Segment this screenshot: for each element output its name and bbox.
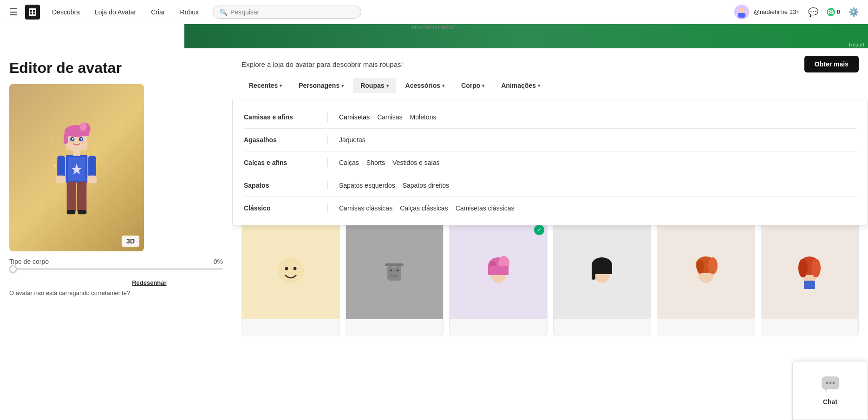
dropdown-section-classico: Clássico Camisas clássicas Calças clássi…: [233, 199, 868, 217]
nav-right-area: @nadiehime 13+ 💬 R$ 0 ⚙️: [734, 5, 862, 20]
dropdown-items-sapatos: Sapatos esquerdos Sapatos direitos: [339, 181, 856, 190]
dropdown-cat-calcas[interactable]: Calças e afins: [244, 158, 327, 166]
grid-item-bucket[interactable]: [346, 222, 444, 337]
chevron-down-icon: ▾: [341, 83, 344, 88]
chat-bubble[interactable]: Chat: [792, 361, 868, 420]
item-label: [761, 319, 859, 336]
dropdown-section-agasalhos: Agasalhos Jaquetas: [233, 131, 868, 149]
body-type-slider[interactable]: [9, 268, 223, 270]
nav-loja-avatar[interactable]: Loja do Avatar: [88, 6, 143, 19]
svg-point-74: [390, 269, 392, 272]
dropdown-item-calcas-classicas[interactable]: Calças clássicas: [400, 203, 448, 213]
dropdown-item-camisetas[interactable]: Camisetas: [339, 112, 370, 122]
category-tabs: Recentes ▾ Personagens ▾ Roupas ▾ Acessó…: [232, 76, 868, 95]
svg-point-93: [798, 259, 808, 277]
separator: [244, 174, 856, 174]
dropdown-item-vestidos[interactable]: Vestidos e saias: [392, 158, 439, 167]
avatar-thumbnail[interactable]: [734, 5, 749, 20]
dropdown-item-camisas-classicas[interactable]: Camisas clássicas: [339, 203, 392, 213]
tab-roupas[interactable]: Roupas ▾: [353, 78, 396, 93]
svg-rect-4: [33, 13, 35, 14]
dropdown-item-moletons[interactable]: Moletons: [410, 112, 437, 122]
ad-report[interactable]: Report: [849, 42, 864, 47]
svg-point-98: [826, 381, 828, 384]
dropdown-item-jaquetas[interactable]: Jaquetas: [339, 135, 365, 144]
dropdown-cat-sapatos[interactable]: Sapatos: [244, 181, 327, 189]
svg-rect-2: [33, 10, 35, 12]
divider: [327, 203, 328, 213]
obter-mais-button[interactable]: Obter mais: [804, 56, 859, 72]
grid-item-pink-hair[interactable]: ✓: [449, 222, 548, 337]
nav-descubra[interactable]: Descubra: [46, 6, 86, 19]
dropdown-item-camisas[interactable]: Camisas: [377, 112, 402, 122]
page-title: Editor de avatar: [9, 59, 223, 77]
roblox-logo[interactable]: [25, 5, 40, 20]
svg-rect-18: [67, 182, 76, 212]
item-label: [242, 319, 339, 336]
chevron-down-icon: ▾: [442, 83, 444, 88]
grid-item-smiley[interactable]: [241, 222, 340, 337]
item-label: [657, 319, 755, 336]
top-navigation: ☰ Descubra Loja do Avatar Criar Robux 🔍 …: [0, 0, 868, 24]
divider: [327, 135, 328, 144]
grid-item-redhead[interactable]: [761, 222, 859, 337]
search-bar: 🔍: [213, 6, 361, 19]
redesenhar-button[interactable]: Redesenhar: [132, 279, 166, 286]
svg-point-27: [81, 140, 84, 144]
svg-rect-76: [385, 263, 404, 266]
divider: [327, 158, 328, 167]
svg-point-75: [397, 269, 399, 272]
dropdown-cat-camisas[interactable]: Camisas e afins: [244, 112, 327, 121]
svg-rect-30: [64, 133, 68, 144]
dropdown-items-classico: Camisas clássicas Calças clássicas Camis…: [339, 203, 856, 213]
dropdown-item-sapatos-dir[interactable]: Sapatos direitos: [403, 181, 449, 190]
item-label: [554, 319, 651, 336]
avatar-figure: ✦ ✦ ✦: [44, 107, 109, 228]
svg-rect-15: [56, 176, 65, 184]
dropdown-section-camisas: Camisas e afins Camisetas Camisas Moleto…: [233, 108, 868, 126]
svg-rect-19: [77, 182, 86, 212]
settings-icon[interactable]: ⚙️: [845, 5, 862, 19]
dropdown-item-camisetas-classicas[interactable]: Camisetas clássicas: [456, 203, 515, 213]
grid-item-orange-hair[interactable]: [657, 222, 755, 337]
tab-corpo[interactable]: Corpo ▾: [454, 78, 492, 93]
dropdown-section-calcas: Calças e afins Calças Shorts Vestidos e …: [233, 153, 868, 172]
tab-animacoes[interactable]: Animações ▾: [494, 78, 548, 93]
svg-rect-3: [30, 13, 32, 14]
tab-personagens[interactable]: Personagens ▾: [291, 78, 351, 93]
svg-rect-0: [29, 8, 36, 16]
svg-point-88: [708, 257, 718, 274]
item-image: [657, 222, 755, 320]
svg-point-89: [697, 260, 704, 274]
nav-robux[interactable]: Robux: [174, 6, 205, 19]
avatar-preview: ✦ ✦ ✦ 3D: [9, 84, 144, 251]
item-label: [450, 319, 547, 336]
tab-recentes[interactable]: Recentes ▾: [241, 78, 289, 93]
svg-point-70: [285, 267, 288, 270]
svg-rect-16: [88, 156, 96, 177]
left-panel: Editor de avatar: [0, 48, 232, 420]
error-row: O avatar não está carregando corretament…: [9, 279, 223, 298]
chat-nav-icon[interactable]: 💬: [804, 5, 822, 19]
grid-item-black-hair[interactable]: [553, 222, 652, 337]
dropdown-item-sapatos-esq[interactable]: Sapatos esquerdos: [339, 181, 395, 190]
dropdown-items-calcas: Calças Shorts Vestidos e saias: [339, 158, 856, 167]
hamburger-menu[interactable]: ☰: [6, 5, 21, 20]
robux-display[interactable]: R$ 0: [827, 8, 840, 16]
dropdown-section-sapatos: Sapatos Sapatos esquerdos Sapatos direit…: [233, 176, 868, 195]
body-type-label: Tipo de corpo: [9, 258, 49, 265]
dropdown-item-calcas[interactable]: Calças: [339, 158, 359, 167]
nav-criar[interactable]: Criar: [144, 6, 171, 19]
svg-point-92: [811, 259, 821, 277]
svg-rect-14: [57, 156, 65, 177]
dropdown-cat-agasalhos[interactable]: Agasalhos: [244, 135, 327, 144]
tab-acessorios[interactable]: Acessórios ▾: [398, 78, 452, 93]
search-input[interactable]: [230, 8, 354, 16]
dropdown-item-shorts[interactable]: Shorts: [366, 158, 385, 167]
svg-rect-34: [78, 210, 87, 214]
item-image: [554, 222, 651, 320]
divider: [327, 112, 328, 122]
separator: [244, 197, 856, 197]
dropdown-cat-classico[interactable]: Clássico: [244, 203, 327, 212]
separator: [244, 151, 856, 151]
